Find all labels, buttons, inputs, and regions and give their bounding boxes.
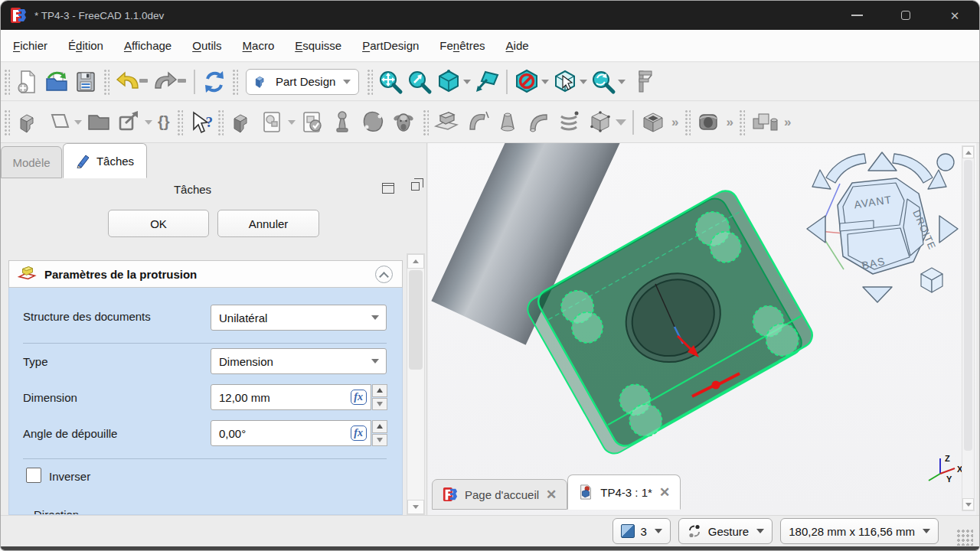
scrollbar-thumb[interactable] bbox=[964, 160, 972, 451]
toolbar-grip[interactable] bbox=[103, 69, 109, 95]
undo-button[interactable] bbox=[114, 69, 149, 95]
additive-primitive-button[interactable] bbox=[586, 109, 626, 136]
close-tab-icon[interactable]: ✕ bbox=[546, 487, 557, 503]
menu-affichage[interactable]: Affichage bbox=[124, 39, 172, 52]
step-down-icon[interactable] bbox=[372, 434, 387, 447]
open-file-button[interactable] bbox=[44, 69, 70, 95]
navigation-style-selector[interactable]: Gesture bbox=[678, 518, 773, 544]
expression-fx-button[interactable]: fx bbox=[351, 390, 367, 405]
toolbar-grip[interactable] bbox=[739, 109, 745, 135]
toolbar-grip[interactable] bbox=[4, 109, 10, 135]
viewport-scrollbar[interactable] bbox=[962, 145, 975, 511]
additive-helix-button[interactable] bbox=[556, 109, 583, 136]
draw-style-button[interactable] bbox=[514, 69, 549, 95]
tab-tasks[interactable]: Tâches bbox=[63, 143, 147, 178]
toolbar-overflow-button[interactable]: » bbox=[724, 115, 736, 130]
chevron-down-icon[interactable] bbox=[288, 120, 296, 125]
length-stepper[interactable] bbox=[372, 384, 387, 410]
taper-stepper[interactable] bbox=[372, 420, 387, 446]
menu-outils[interactable]: Outils bbox=[192, 39, 221, 52]
part-button[interactable] bbox=[15, 109, 42, 136]
zoom-refresh-button[interactable] bbox=[590, 69, 626, 95]
title-bar[interactable]: * TP4-3 - FreeCAD 1.1.0dev ✕ bbox=[1, 1, 979, 30]
collapse-section-icon[interactable] bbox=[375, 266, 393, 283]
group-button[interactable] bbox=[85, 109, 113, 136]
pocket-button[interactable] bbox=[640, 109, 668, 136]
toolbar-grip[interactable] bbox=[177, 109, 183, 135]
clone-button[interactable] bbox=[390, 109, 418, 136]
reversed-checkbox[interactable] bbox=[26, 468, 41, 483]
save-button[interactable] bbox=[73, 69, 99, 95]
section-header[interactable]: Paramètres de la protrusion bbox=[8, 260, 403, 288]
zoom-fit-all-button[interactable] bbox=[377, 69, 403, 95]
minimize-button[interactable] bbox=[832, 1, 881, 30]
toolbar-overflow-button[interactable]: » bbox=[782, 115, 793, 130]
ok-button[interactable]: OK bbox=[108, 210, 209, 237]
close-tab-icon[interactable]: ✕ bbox=[659, 484, 670, 500]
taper-input[interactable] bbox=[219, 427, 351, 440]
step-up-icon[interactable] bbox=[372, 384, 387, 397]
toolbar-grip[interactable] bbox=[4, 69, 10, 95]
chevron-down-icon[interactable] bbox=[74, 120, 82, 125]
cancel-button[interactable]: Annuler bbox=[217, 210, 319, 237]
new-file-button[interactable] bbox=[15, 69, 41, 95]
tab-model[interactable]: Modèle bbox=[1, 146, 62, 178]
zoom-selection-button[interactable] bbox=[407, 69, 433, 95]
length-spinbox[interactable]: fx bbox=[211, 384, 371, 410]
workbench-selector[interactable]: Part Design bbox=[246, 69, 359, 95]
menu-fenêtres[interactable]: Fenêtres bbox=[439, 39, 485, 52]
type-combobox[interactable]: Dimension bbox=[211, 348, 387, 374]
menu-macro[interactable]: Macro bbox=[243, 39, 275, 52]
link-button[interactable] bbox=[116, 109, 152, 136]
menu-aide[interactable]: Aide bbox=[506, 39, 529, 52]
maximize-button[interactable] bbox=[881, 1, 930, 30]
toolbar-overflow-button[interactable]: » bbox=[669, 115, 681, 130]
chevron-down-icon[interactable] bbox=[145, 120, 152, 125]
shape-binder-button[interactable] bbox=[360, 109, 387, 136]
detail-level-selector[interactable]: 3 bbox=[612, 518, 671, 544]
chevron-down-icon[interactable] bbox=[463, 80, 471, 84]
menu-fichier[interactable]: Fichier bbox=[13, 39, 47, 52]
additive-pipe-button[interactable] bbox=[525, 109, 553, 136]
resize-grip[interactable] bbox=[956, 529, 973, 546]
tab-document[interactable]: TP4-3 : 1* ✕ bbox=[567, 474, 681, 510]
align-view-button[interactable] bbox=[474, 69, 500, 95]
scroll-down-icon[interactable] bbox=[962, 498, 974, 510]
scroll-down-icon[interactable] bbox=[407, 500, 424, 514]
create-body-button[interactable] bbox=[228, 109, 256, 136]
toolbar-grip[interactable] bbox=[423, 109, 429, 135]
scrollbar-thumb[interactable] bbox=[409, 270, 423, 370]
chevron-down-icon[interactable] bbox=[541, 80, 549, 84]
boolean-button[interactable] bbox=[750, 109, 780, 136]
scroll-up-icon[interactable] bbox=[962, 146, 974, 158]
additive-loft-button[interactable] bbox=[495, 109, 522, 136]
close-button[interactable]: ✕ bbox=[930, 1, 979, 30]
measure-button[interactable] bbox=[629, 69, 655, 95]
length-input[interactable] bbox=[219, 391, 351, 404]
expression-button[interactable]: {} bbox=[155, 113, 172, 131]
step-down-icon[interactable] bbox=[372, 398, 387, 411]
toolbar-grip[interactable] bbox=[232, 69, 238, 95]
chevron-down-icon[interactable] bbox=[580, 80, 587, 84]
tab-start-page[interactable]: Page d'accueil ✕ bbox=[432, 479, 567, 510]
dimension-selector[interactable]: 180,28 mm x 116,56 mm bbox=[780, 518, 939, 544]
dock-window-icon[interactable] bbox=[382, 183, 394, 194]
taper-spinbox[interactable]: fx bbox=[211, 420, 371, 446]
whats-this-button[interactable]: ? bbox=[188, 109, 214, 135]
hole-button[interactable] bbox=[695, 109, 723, 136]
chevron-down-icon[interactable] bbox=[616, 119, 626, 126]
panel-scrollbar[interactable] bbox=[407, 253, 425, 515]
menu-esquisse[interactable]: Esquisse bbox=[295, 39, 341, 52]
menu-partdesign[interactable]: PartDesign bbox=[362, 39, 419, 52]
box-selection-button[interactable] bbox=[552, 69, 587, 95]
expression-fx-button[interactable]: fx bbox=[351, 425, 367, 441]
toolbar-grip[interactable] bbox=[684, 109, 691, 135]
refresh-button[interactable] bbox=[201, 69, 227, 95]
menu-édition[interactable]: Édition bbox=[68, 39, 103, 52]
create-sketch-button[interactable] bbox=[259, 109, 296, 136]
side-combobox[interactable]: Unilatéral bbox=[211, 305, 387, 331]
scroll-up-icon[interactable] bbox=[407, 254, 424, 269]
step-up-icon[interactable] bbox=[372, 420, 387, 433]
revolution-button[interactable] bbox=[464, 109, 492, 136]
pad-button[interactable] bbox=[433, 109, 461, 136]
